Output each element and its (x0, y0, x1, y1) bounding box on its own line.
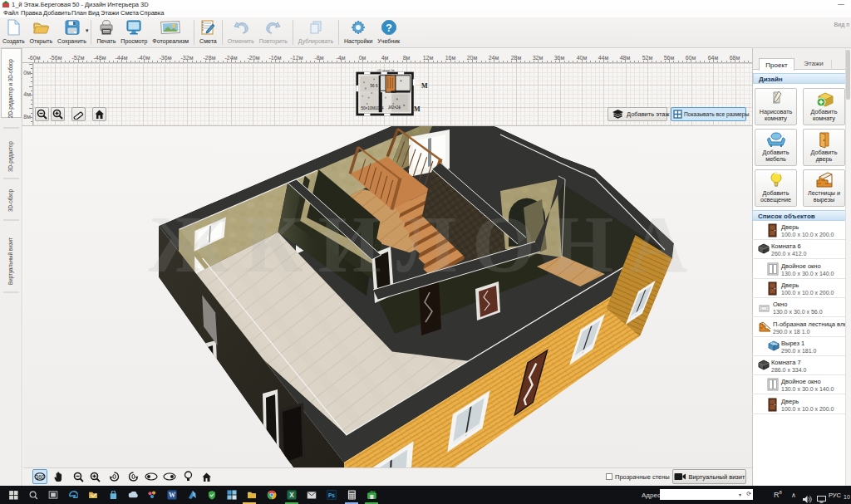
svg-text:?: ? (386, 22, 392, 34)
svg-text:56 6: 56 6 (371, 84, 378, 88)
svg-text:ЖКИЛОНА: ЖКИЛОНА (149, 199, 702, 289)
svg-text:+52 градус 0м: +52 градус 0м (376, 69, 394, 72)
svg-text:3D-редактор: 3D-редактор (7, 141, 14, 172)
svg-text:Виртуальный визит: Виртуальный визит (7, 237, 14, 285)
svg-text:W: W (169, 492, 176, 499)
svg-text:50×10М10×4: 50×10М10×4 (361, 106, 384, 110)
svg-text:360: 360 (36, 474, 45, 480)
svg-text:Ps: Ps (328, 492, 335, 498)
svg-text:М2×24: М2×24 (389, 105, 401, 110)
svg-text:3D-обзор: 3D-обзор (7, 189, 14, 212)
svg-text:2D-редактор и 3D-обзор: 2D-редактор и 3D-обзор (7, 59, 14, 118)
svg-text:X: X (289, 492, 294, 499)
